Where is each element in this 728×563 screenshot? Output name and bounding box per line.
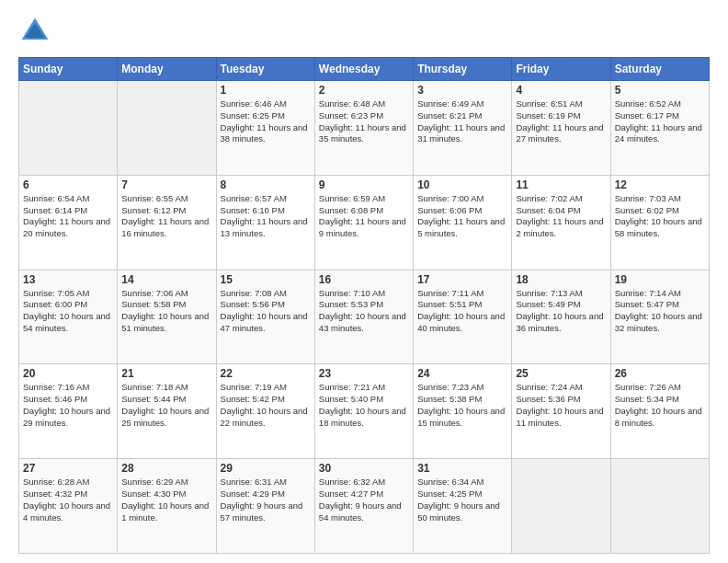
day-number: 30	[319, 462, 409, 475]
day-number: 9	[319, 178, 409, 191]
calendar-cell: 17Sunrise: 7:11 AM Sunset: 5:51 PM Dayli…	[414, 270, 512, 364]
day-number: 28	[121, 462, 211, 475]
header	[18, 15, 710, 48]
calendar-header: SundayMondayTuesdayWednesdayThursdayFrid…	[19, 58, 710, 81]
calendar-cell: 8Sunrise: 6:57 AM Sunset: 6:10 PM Daylig…	[216, 175, 314, 270]
day-number: 27	[23, 462, 113, 475]
calendar-cell: 3Sunrise: 6:49 AM Sunset: 6:21 PM Daylig…	[414, 81, 512, 176]
day-number: 20	[23, 367, 113, 380]
day-header-monday: Monday	[118, 58, 216, 81]
day-info: Sunrise: 7:10 AM Sunset: 5:53 PM Dayligh…	[319, 288, 409, 335]
day-number: 10	[417, 178, 507, 191]
days-header-row: SundayMondayTuesdayWednesdayThursdayFrid…	[19, 58, 710, 81]
calendar-cell: 13Sunrise: 7:05 AM Sunset: 6:00 PM Dayli…	[19, 270, 118, 364]
day-number: 18	[516, 273, 606, 286]
calendar-cell: 14Sunrise: 7:06 AM Sunset: 5:58 PM Dayli…	[118, 270, 216, 364]
calendar-cell: 26Sunrise: 7:26 AM Sunset: 5:34 PM Dayli…	[610, 364, 709, 459]
calendar-cell	[19, 81, 118, 176]
day-info: Sunrise: 7:26 AM Sunset: 5:34 PM Dayligh…	[615, 382, 705, 429]
page: SundayMondayTuesdayWednesdayThursdayFrid…	[0, 0, 728, 563]
calendar-cell: 30Sunrise: 6:32 AM Sunset: 4:27 PM Dayli…	[314, 459, 413, 554]
logo-icon	[18, 15, 51, 48]
calendar-cell: 10Sunrise: 7:00 AM Sunset: 6:06 PM Dayli…	[414, 175, 512, 270]
calendar-cell: 19Sunrise: 7:14 AM Sunset: 5:47 PM Dayli…	[610, 270, 709, 364]
calendar-cell: 9Sunrise: 6:59 AM Sunset: 6:08 PM Daylig…	[314, 175, 413, 270]
calendar-cell: 6Sunrise: 6:54 AM Sunset: 6:14 PM Daylig…	[19, 175, 118, 270]
day-info: Sunrise: 6:51 AM Sunset: 6:19 PM Dayligh…	[516, 98, 606, 145]
day-number: 8	[221, 178, 311, 191]
day-header-wednesday: Wednesday	[314, 58, 413, 81]
day-info: Sunrise: 6:28 AM Sunset: 4:32 PM Dayligh…	[23, 477, 113, 523]
day-number: 3	[417, 84, 507, 97]
calendar-cell: 24Sunrise: 7:23 AM Sunset: 5:38 PM Dayli…	[414, 364, 512, 459]
week-row-2: 13Sunrise: 7:05 AM Sunset: 6:00 PM Dayli…	[19, 270, 710, 364]
calendar-table: SundayMondayTuesdayWednesdayThursdayFrid…	[18, 57, 710, 554]
calendar-body: 1Sunrise: 6:46 AM Sunset: 6:25 PM Daylig…	[19, 81, 710, 554]
calendar-cell	[610, 459, 709, 554]
day-info: Sunrise: 6:59 AM Sunset: 6:08 PM Dayligh…	[319, 193, 409, 240]
day-number: 1	[221, 84, 311, 97]
day-number: 19	[615, 273, 705, 286]
day-number: 25	[516, 367, 606, 380]
day-header-friday: Friday	[512, 58, 610, 81]
day-header-thursday: Thursday	[414, 58, 512, 81]
day-number: 29	[221, 462, 311, 475]
calendar-cell: 2Sunrise: 6:48 AM Sunset: 6:23 PM Daylig…	[314, 81, 413, 176]
day-number: 31	[417, 462, 507, 475]
day-info: Sunrise: 6:48 AM Sunset: 6:23 PM Dayligh…	[319, 98, 409, 145]
day-info: Sunrise: 7:14 AM Sunset: 5:47 PM Dayligh…	[615, 288, 705, 335]
day-info: Sunrise: 7:21 AM Sunset: 5:40 PM Dayligh…	[319, 382, 409, 429]
day-number: 15	[221, 273, 311, 286]
day-info: Sunrise: 6:55 AM Sunset: 6:12 PM Dayligh…	[121, 193, 211, 240]
week-row-3: 20Sunrise: 7:16 AM Sunset: 5:46 PM Dayli…	[19, 364, 710, 459]
day-info: Sunrise: 6:49 AM Sunset: 6:21 PM Dayligh…	[417, 98, 507, 145]
day-info: Sunrise: 7:24 AM Sunset: 5:36 PM Dayligh…	[516, 382, 606, 429]
day-info: Sunrise: 7:03 AM Sunset: 6:02 PM Dayligh…	[615, 193, 705, 240]
calendar-cell: 18Sunrise: 7:13 AM Sunset: 5:49 PM Dayli…	[512, 270, 610, 364]
calendar-cell: 1Sunrise: 6:46 AM Sunset: 6:25 PM Daylig…	[216, 81, 314, 176]
calendar-cell	[512, 459, 610, 554]
week-row-0: 1Sunrise: 6:46 AM Sunset: 6:25 PM Daylig…	[19, 81, 710, 176]
day-number: 5	[615, 84, 705, 97]
day-number: 7	[121, 178, 211, 191]
calendar-cell: 5Sunrise: 6:52 AM Sunset: 6:17 PM Daylig…	[610, 81, 709, 176]
week-row-1: 6Sunrise: 6:54 AM Sunset: 6:14 PM Daylig…	[19, 175, 710, 270]
calendar-cell: 4Sunrise: 6:51 AM Sunset: 6:19 PM Daylig…	[512, 81, 610, 176]
day-info: Sunrise: 6:29 AM Sunset: 4:30 PM Dayligh…	[121, 477, 211, 523]
calendar-cell: 27Sunrise: 6:28 AM Sunset: 4:32 PM Dayli…	[19, 459, 118, 554]
calendar-cell: 15Sunrise: 7:08 AM Sunset: 5:56 PM Dayli…	[216, 270, 314, 364]
day-info: Sunrise: 7:19 AM Sunset: 5:42 PM Dayligh…	[221, 382, 311, 429]
day-info: Sunrise: 7:18 AM Sunset: 5:44 PM Dayligh…	[121, 382, 211, 429]
day-number: 2	[319, 84, 409, 97]
day-number: 17	[417, 273, 507, 286]
calendar-cell: 20Sunrise: 7:16 AM Sunset: 5:46 PM Dayli…	[19, 364, 118, 459]
day-header-sunday: Sunday	[19, 58, 118, 81]
day-info: Sunrise: 6:57 AM Sunset: 6:10 PM Dayligh…	[221, 193, 311, 240]
day-number: 16	[319, 273, 409, 286]
day-number: 23	[319, 367, 409, 380]
day-info: Sunrise: 6:52 AM Sunset: 6:17 PM Dayligh…	[615, 98, 705, 145]
day-number: 6	[23, 178, 113, 191]
calendar-cell: 31Sunrise: 6:34 AM Sunset: 4:25 PM Dayli…	[414, 459, 512, 554]
calendar-cell: 11Sunrise: 7:02 AM Sunset: 6:04 PM Dayli…	[512, 175, 610, 270]
calendar-cell: 12Sunrise: 7:03 AM Sunset: 6:02 PM Dayli…	[610, 175, 709, 270]
calendar-cell: 7Sunrise: 6:55 AM Sunset: 6:12 PM Daylig…	[118, 175, 216, 270]
day-number: 12	[615, 178, 705, 191]
day-info: Sunrise: 6:32 AM Sunset: 4:27 PM Dayligh…	[319, 477, 409, 523]
day-info: Sunrise: 6:54 AM Sunset: 6:14 PM Dayligh…	[23, 193, 113, 240]
day-info: Sunrise: 7:02 AM Sunset: 6:04 PM Dayligh…	[516, 193, 606, 240]
logo	[18, 15, 57, 48]
calendar-cell: 21Sunrise: 7:18 AM Sunset: 5:44 PM Dayli…	[118, 364, 216, 459]
day-number: 26	[615, 367, 705, 380]
day-info: Sunrise: 7:23 AM Sunset: 5:38 PM Dayligh…	[417, 382, 507, 429]
calendar-cell: 29Sunrise: 6:31 AM Sunset: 4:29 PM Dayli…	[216, 459, 314, 554]
day-info: Sunrise: 7:16 AM Sunset: 5:46 PM Dayligh…	[23, 382, 113, 429]
day-number: 21	[121, 367, 211, 380]
day-info: Sunrise: 7:00 AM Sunset: 6:06 PM Dayligh…	[417, 193, 507, 240]
week-row-4: 27Sunrise: 6:28 AM Sunset: 4:32 PM Dayli…	[19, 459, 710, 554]
calendar-cell: 22Sunrise: 7:19 AM Sunset: 5:42 PM Dayli…	[216, 364, 314, 459]
day-info: Sunrise: 7:13 AM Sunset: 5:49 PM Dayligh…	[516, 288, 606, 335]
calendar-cell: 16Sunrise: 7:10 AM Sunset: 5:53 PM Dayli…	[314, 270, 413, 364]
day-header-tuesday: Tuesday	[216, 58, 314, 81]
day-info: Sunrise: 7:06 AM Sunset: 5:58 PM Dayligh…	[121, 288, 211, 335]
